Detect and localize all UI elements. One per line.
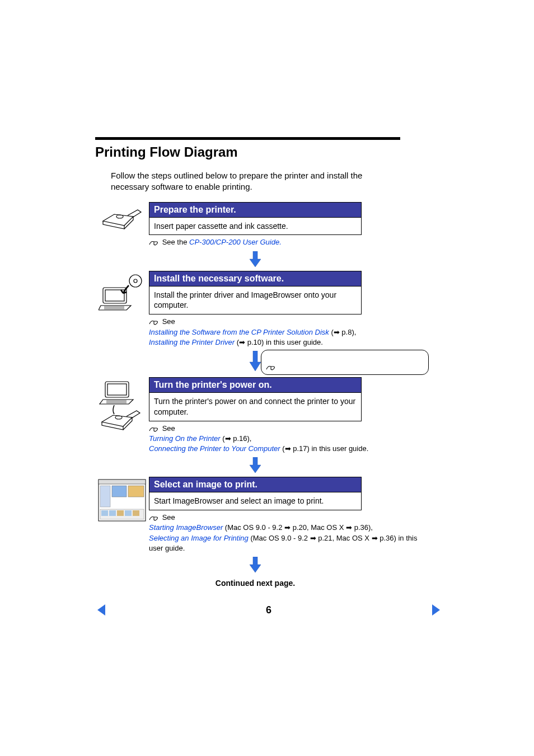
- svg-point-0: [116, 215, 123, 218]
- arrow-down-3: [149, 454, 362, 477]
- step2-see-link1[interactable]: Installing the Software from the CP Prin…: [149, 328, 329, 336]
- step4-see: See Starting ImageBrowser (Mac OS 9.0 - …: [149, 513, 418, 553]
- step4-see-link1[interactable]: Starting ImageBrowser: [149, 523, 223, 532]
- step3-desc: Turn the printer's power on and connect …: [149, 392, 362, 421]
- horizontal-rule: [95, 137, 400, 140]
- svg-rect-6: [107, 384, 127, 395]
- arrow-down-1: [149, 248, 362, 271]
- step3-see-link1-suffix: (➡ p.16),: [221, 434, 252, 443]
- svg-rect-16: [117, 510, 124, 516]
- step4-see-prefix: See: [162, 513, 175, 522]
- step3-header: Turn the printer's power on.: [149, 377, 362, 392]
- thumb-cd-laptop: [95, 271, 149, 312]
- svg-rect-14: [101, 510, 108, 516]
- svg-rect-18: [133, 510, 139, 516]
- prev-page-button[interactable]: [95, 603, 106, 617]
- step-select-image: Select an image to print. Start ImageBro…: [95, 477, 442, 553]
- step3-see-link2[interactable]: Connecting the Printer to Your Computer: [149, 444, 280, 453]
- step3-see-link1[interactable]: Turning On the Printer: [149, 434, 221, 443]
- svg-rect-11: [112, 486, 127, 497]
- pointer-icon: [266, 362, 277, 372]
- step2-see-prefix: See: [162, 317, 175, 326]
- laptop-printer-icon: [97, 379, 147, 433]
- uninstall-note: [261, 350, 429, 375]
- step4-see-link1-suffix: (Mac OS 9.0 - 9.2 ➡ p.20, Mac OS X ➡ p.3…: [223, 523, 373, 532]
- svg-rect-15: [109, 510, 116, 516]
- intro-paragraph: Follow the steps outlined below to prepa…: [111, 170, 402, 193]
- printer-icon: [100, 204, 144, 232]
- next-page-button[interactable]: [431, 603, 442, 617]
- step4-desc: Start ImageBrowser and select an image t…: [149, 492, 362, 510]
- page-title: Printing Flow Diagram: [95, 144, 439, 160]
- pointer-icon: [149, 424, 160, 434]
- thumb-laptop-printer: [95, 377, 149, 433]
- step4-header: Select an image to print.: [149, 477, 362, 492]
- svg-rect-17: [125, 510, 132, 516]
- step2-see-link2[interactable]: Installing the Printer Driver: [149, 338, 235, 346]
- continued-label: Continued next page.: [149, 579, 362, 588]
- thumb-app-window: [95, 477, 149, 522]
- step-prepare-printer: Prepare the printer. Insert paper casset…: [95, 202, 442, 248]
- step1-header: Prepare the printer.: [149, 202, 362, 217]
- app-window-icon: [98, 479, 146, 522]
- arrow-down-4: [149, 553, 362, 576]
- step-power-on: Turn the printer's power on. Turn the pr…: [95, 377, 442, 454]
- step2-see: See Installing the Software from the CP …: [149, 317, 418, 348]
- pointer-icon: [149, 513, 160, 523]
- svg-point-1: [129, 275, 142, 287]
- step1-see-link[interactable]: CP-300/CP-200 User Guide.: [189, 238, 282, 246]
- step1-desc: Insert paper cassette and ink cassette.: [149, 217, 362, 236]
- cd-laptop-icon: [99, 273, 146, 312]
- pointer-icon: [149, 317, 160, 327]
- svg-rect-9: [99, 480, 146, 484]
- arrow-uninstall-row: [95, 350, 442, 375]
- step2-see-link2-suffix: (➡ p.10) in this user guide.: [235, 338, 323, 346]
- page-number: 6: [266, 604, 271, 616]
- svg-rect-12: [128, 486, 144, 497]
- thumb-printer: [95, 202, 149, 232]
- step3-see-prefix: See: [162, 424, 175, 433]
- svg-rect-10: [100, 486, 110, 507]
- svg-point-7: [115, 416, 122, 419]
- step1-see: See the CP-300/CP-200 User Guide.: [149, 237, 418, 247]
- arrow-down-icon: [249, 351, 262, 372]
- step2-see-link1-suffix: (➡ p.8),: [329, 328, 357, 336]
- step2-desc: Install the printer driver and ImageBrow…: [149, 286, 362, 315]
- page-content: Printing Flow Diagram Follow the steps o…: [0, 0, 534, 617]
- step4-see-link2[interactable]: Selecting an Image for Printing: [149, 534, 249, 542]
- step3-see-link2-suffix: (➡ p.17) in this user guide.: [280, 444, 369, 453]
- pointer-icon: [149, 237, 160, 247]
- step2-header: Install the necessary software.: [149, 271, 362, 286]
- step1-see-prefix: See the: [162, 238, 189, 246]
- footer-nav: 6: [95, 603, 442, 617]
- step-install-software: Install the necessary software. Install …: [95, 271, 442, 348]
- step3-see: See Turning On the Printer (➡ p.16), Con…: [149, 424, 418, 454]
- svg-point-2: [134, 279, 137, 283]
